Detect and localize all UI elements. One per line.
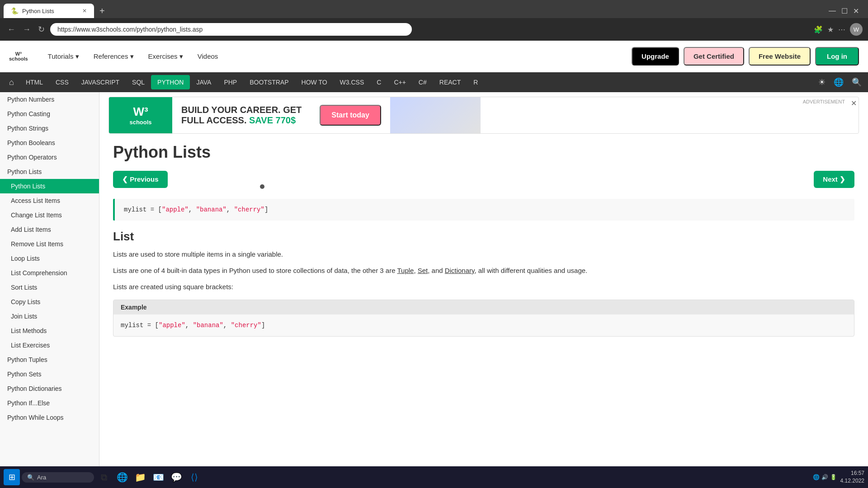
reload-button[interactable]: ↻ xyxy=(36,23,47,36)
tutorials-link[interactable]: Tutorials ▾ xyxy=(42,49,85,64)
search-icon[interactable]: 🔍 xyxy=(849,75,864,90)
extensions-icon[interactable]: 🧩 xyxy=(814,25,823,34)
taskbar-mail-icon[interactable]: 📧 xyxy=(150,469,166,485)
code-var: mylist = [ xyxy=(124,206,162,213)
battery-icon[interactable]: 🔋 xyxy=(830,474,837,480)
sidebar-list-exercises[interactable]: List Exercises xyxy=(0,338,99,352)
maximize-icon[interactable]: ☐ xyxy=(841,7,848,15)
forward-button[interactable]: → xyxy=(21,23,33,36)
tab-icon: 🐍 xyxy=(11,7,19,14)
lang-css[interactable]: CSS xyxy=(49,75,75,89)
start-button[interactable]: ⊞ xyxy=(4,469,20,485)
ad-close-button[interactable]: ✕ xyxy=(851,99,857,108)
address-bar: ← → ↻ 🧩 ★ ⋯ W xyxy=(0,18,868,41)
sidebar-join-lists[interactable]: Join Lists xyxy=(0,309,99,324)
lang-r[interactable]: R xyxy=(467,75,484,89)
sidebar-python-booleans[interactable]: Python Booleans xyxy=(0,136,99,150)
minimize-icon[interactable]: — xyxy=(829,7,836,15)
sidebar-python-strings[interactable]: Python Strings xyxy=(0,121,99,136)
videos-link[interactable]: Videos xyxy=(191,49,225,64)
lang-csharp[interactable]: C# xyxy=(412,75,433,89)
tab-close-button[interactable]: ✕ xyxy=(82,8,87,14)
sidebar-python-dictionaries[interactable]: Python Dictionaries xyxy=(0,381,99,396)
previous-button[interactable]: ❮ Previous xyxy=(113,171,168,188)
sidebar-python-lists[interactable]: Python Lists xyxy=(0,179,99,193)
login-button[interactable]: Log in xyxy=(815,47,859,66)
content-area: W³ schools BUILD YOUR CAREER. GET FULL A… xyxy=(99,92,868,488)
sidebar-loop-lists[interactable]: Loop Lists xyxy=(0,251,99,266)
main-layout: Python Numbers Python Casting Python Str… xyxy=(0,92,868,488)
profile-icon[interactable]: W xyxy=(850,23,863,36)
ad-save: SAVE 770$ xyxy=(249,115,296,125)
taskbar-task-view[interactable]: ⧉ xyxy=(96,469,112,485)
upgrade-button[interactable]: Upgrade xyxy=(632,47,679,66)
sidebar-change-list-items[interactable]: Change List Items xyxy=(0,208,99,222)
lang-sql[interactable]: SQL xyxy=(126,75,151,89)
taskbar-search[interactable]: 🔍 Ara xyxy=(22,472,94,483)
network-icon[interactable]: 🌐 xyxy=(813,474,820,480)
settings-icon[interactable]: ⋯ xyxy=(838,25,845,34)
volume-icon[interactable]: 🔊 xyxy=(821,474,828,480)
sidebar-remove-list-items[interactable]: Remove List Items xyxy=(0,237,99,251)
new-tab-button[interactable]: + xyxy=(96,4,108,18)
taskbar-vscode-icon[interactable]: ⟨⟩ xyxy=(186,469,203,485)
lang-php[interactable]: PHP xyxy=(217,75,243,89)
sidebar-copy-lists[interactable]: Copy Lists xyxy=(0,295,99,309)
tab-title: Python Lists xyxy=(22,8,54,14)
ad-start-button[interactable]: Start today xyxy=(320,105,381,126)
sidebar-python-operators[interactable]: Python Operators xyxy=(0,150,99,164)
get-certified-button[interactable]: Get Certified xyxy=(684,47,744,66)
lang-python[interactable]: PYTHON xyxy=(151,75,190,89)
ad-image xyxy=(390,97,481,133)
dictionary-link[interactable]: Dictionary xyxy=(445,267,475,274)
sidebar-python-sets[interactable]: Python Sets xyxy=(0,367,99,381)
lang-c[interactable]: C xyxy=(370,75,387,89)
lang-javascript[interactable]: JAVASCRIPT xyxy=(75,75,126,89)
clock-time: 16:57 xyxy=(840,469,864,477)
exercises-link[interactable]: Exercises ▾ xyxy=(142,49,189,64)
w3-logo[interactable]: W³ schools xyxy=(9,52,28,61)
code-str3: "cherry" xyxy=(234,206,264,213)
lang-react[interactable]: REACT xyxy=(433,75,467,89)
section-text-3: Lists are created using square brackets: xyxy=(113,282,854,292)
sidebar-python-ifelse[interactable]: Python If...Else xyxy=(0,396,99,410)
sidebar-list-comprehension[interactable]: List Comprehension xyxy=(0,266,99,280)
sidebar-python-lists-parent[interactable]: Python Lists xyxy=(0,164,99,179)
tuple-link[interactable]: Tuple xyxy=(397,267,414,274)
free-website-button[interactable]: Free Website xyxy=(749,47,811,66)
lang-java[interactable]: JAVA xyxy=(190,75,217,89)
active-tab[interactable]: 🐍 Python Lists ✕ xyxy=(4,4,94,18)
sidebar-access-list-items[interactable]: Access List Items xyxy=(0,193,99,208)
clock-date: 4.12.2022 xyxy=(840,477,864,485)
sidebar-sort-lists[interactable]: Sort Lists xyxy=(0,280,99,295)
theme-toggle-icon[interactable]: ☀ xyxy=(816,75,828,90)
sidebar-python-casting[interactable]: Python Casting xyxy=(0,107,99,121)
ad-line1: BUILD YOUR CAREER. GET xyxy=(181,105,302,115)
example-body: mylist = ["apple", "banana", "cherry"] xyxy=(113,314,854,336)
references-link[interactable]: References ▾ xyxy=(87,49,140,64)
set-link[interactable]: Set xyxy=(418,267,428,274)
ad-logo-sub: schools xyxy=(129,119,151,126)
lang-bootstrap[interactable]: BOOTSTRAP xyxy=(243,75,295,89)
sidebar-list-methods[interactable]: List Methods xyxy=(0,324,99,338)
globe-icon[interactable]: 🌐 xyxy=(831,75,846,90)
back-button[interactable]: ← xyxy=(5,23,17,36)
taskbar-clock[interactable]: 16:57 4.12.2022 xyxy=(840,469,864,485)
lang-howto[interactable]: HOW TO xyxy=(295,75,334,89)
taskbar-discord-icon[interactable]: 💬 xyxy=(168,469,184,485)
lang-w3css[interactable]: W3.CSS xyxy=(334,75,371,89)
bookmark-icon[interactable]: ★ xyxy=(827,25,834,34)
sidebar-add-list-items[interactable]: Add List Items xyxy=(0,222,99,237)
home-icon[interactable]: ⌂ xyxy=(4,74,19,91)
sidebar-python-numbers[interactable]: Python Numbers xyxy=(0,92,99,107)
sidebar-python-tuples[interactable]: Python Tuples xyxy=(0,352,99,367)
taskbar-explorer-icon[interactable]: 📁 xyxy=(132,469,148,485)
lang-cpp[interactable]: C++ xyxy=(387,75,412,89)
close-icon[interactable]: ✕ xyxy=(853,7,859,15)
sidebar-python-while-loops[interactable]: Python While Loops xyxy=(0,410,99,425)
language-nav: ⌂ HTML CSS JAVASCRIPT SQL PYTHON JAVA PH… xyxy=(0,72,868,92)
address-input[interactable] xyxy=(50,23,412,36)
taskbar-edge-icon[interactable]: 🌐 xyxy=(114,469,130,485)
lang-html[interactable]: HTML xyxy=(19,75,49,89)
next-button[interactable]: Next ❯ xyxy=(814,171,854,188)
